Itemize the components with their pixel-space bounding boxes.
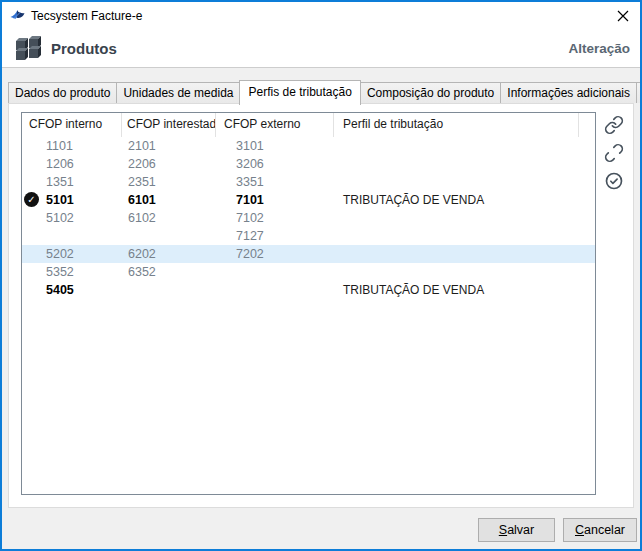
table-row[interactable]: ✓510161017101TRIBUTAÇÃO DE VENDA xyxy=(22,191,595,209)
cell-cfop: 6352 xyxy=(122,263,216,281)
cell-cfop: 2351 xyxy=(122,173,216,191)
tab-informacoes-adicionais[interactable]: Informações adicionais xyxy=(500,82,637,103)
cell-perfil: TRIBUTAÇÃO DE VENDA xyxy=(334,281,595,299)
page-title: Produtos xyxy=(51,40,117,57)
table-row[interactable]: 135123513351 xyxy=(22,173,595,191)
app-window: Tecsystem Facture-e Produtos Alteração D… xyxy=(0,0,642,551)
cell-cfop: 3351 xyxy=(216,173,334,191)
app-logo-icon xyxy=(9,7,26,24)
cell-cfop: 5352 xyxy=(22,263,122,281)
cell-cfop: 6101 xyxy=(122,191,216,209)
cell-cfop: 7202 xyxy=(216,245,334,263)
cell-cfop: 2101 xyxy=(122,137,216,155)
unlink-icon[interactable] xyxy=(603,142,625,164)
cell-cfop: 3206 xyxy=(216,155,334,173)
cell-cfop: 5405 xyxy=(22,281,122,299)
cell-cfop: 6102 xyxy=(122,209,216,227)
cell-cfop: 7101 xyxy=(216,191,334,209)
tab-panel: CFOP interno CFOP interestadual CFOP ext… xyxy=(8,103,634,508)
cell-cfop: 6202 xyxy=(122,245,216,263)
window-title: Tecsystem Facture-e xyxy=(31,2,142,30)
tab-bar: Dados do produto Unidades de medida Perf… xyxy=(8,80,642,105)
table-row[interactable]: 520262027202 xyxy=(22,245,595,263)
cell-cfop: ✓5101 xyxy=(22,191,122,209)
tab-perfis-de-tributacao[interactable]: Perfis de tributação xyxy=(239,80,360,105)
check-circle-icon[interactable] xyxy=(603,170,625,192)
page-header: Produtos Alteração xyxy=(2,30,640,68)
cell-cfop: 1351 xyxy=(22,173,122,191)
column-header-cfop-externo[interactable]: CFOP externo xyxy=(216,113,334,137)
products-cubes-icon xyxy=(15,35,42,65)
mode-label: Alteração xyxy=(568,41,630,56)
cell-cfop xyxy=(122,281,216,299)
cell-perfil xyxy=(334,263,595,281)
column-header-perfil[interactable]: Perfil de tributação xyxy=(334,113,579,137)
cell-perfil xyxy=(334,137,595,155)
cell-perfil: TRIBUTAÇÃO DE VENDA xyxy=(334,191,595,209)
tab-composicao-do-produto[interactable]: Composição do produto xyxy=(360,82,501,103)
cell-cfop: 5102 xyxy=(22,209,122,227)
link-icon[interactable] xyxy=(603,114,625,136)
column-header-cfop-interestadual[interactable]: CFOP interestadual xyxy=(122,113,216,137)
tab-sped[interactable]: SPED xyxy=(636,82,642,103)
table-row[interactable]: 120622063206 xyxy=(22,155,595,173)
cell-perfil xyxy=(334,173,595,191)
cell-cfop xyxy=(22,227,122,245)
title-bar[interactable]: Tecsystem Facture-e xyxy=(2,2,640,30)
cell-cfop xyxy=(122,227,216,245)
cell-cfop: 1101 xyxy=(22,137,122,155)
close-icon[interactable] xyxy=(613,6,633,26)
tab-dados-do-produto[interactable]: Dados do produto xyxy=(8,82,117,103)
cell-cfop xyxy=(216,263,334,281)
cell-cfop: 1206 xyxy=(22,155,122,173)
cell-cfop: 5202 xyxy=(22,245,122,263)
cell-perfil xyxy=(334,155,595,173)
column-header-filler xyxy=(579,113,595,137)
cell-perfil xyxy=(334,209,595,227)
cell-perfil xyxy=(334,245,595,263)
table-row[interactable]: 5405TRIBUTAÇÃO DE VENDA xyxy=(22,281,595,299)
table-row[interactable]: 110121013101 xyxy=(22,137,595,155)
table-body: 110121013101120622063206135123513351✓510… xyxy=(22,137,595,299)
side-toolbar xyxy=(603,114,625,192)
table-header: CFOP interno CFOP interestadual CFOP ext… xyxy=(22,113,595,137)
table-row[interactable]: 7127 xyxy=(22,227,595,245)
checked-icon: ✓ xyxy=(24,192,39,207)
cell-cfop: 7127 xyxy=(216,227,334,245)
cell-cfop: 3101 xyxy=(216,137,334,155)
save-button[interactable]: Salvar xyxy=(478,518,555,542)
cell-cfop xyxy=(216,281,334,299)
table-row[interactable]: 53526352 xyxy=(22,263,595,281)
cfop-table: CFOP interno CFOP interestadual CFOP ext… xyxy=(21,112,596,495)
table-row[interactable]: 510261027102 xyxy=(22,209,595,227)
column-header-cfop-interno[interactable]: CFOP interno xyxy=(22,113,122,137)
tab-unidades-de-medida[interactable]: Unidades de medida xyxy=(116,82,240,103)
cancel-button[interactable]: Cancelar xyxy=(563,518,637,542)
cell-cfop: 7102 xyxy=(216,209,334,227)
cell-perfil xyxy=(334,227,595,245)
cell-cfop: 2206 xyxy=(122,155,216,173)
